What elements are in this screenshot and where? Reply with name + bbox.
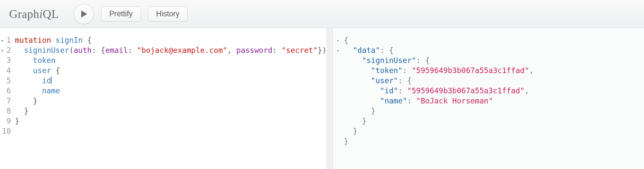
json-key: "name" [380, 97, 407, 105]
fold-toggle[interactable]: ▾ [337, 35, 344, 45]
logo-text-i: i [39, 8, 43, 21]
token-field: id [42, 76, 51, 85]
token-operation-name: signIn [55, 36, 83, 44]
execute-button[interactable] [74, 4, 94, 24]
token-field: signinUser [24, 46, 69, 54]
line-number: 10 [2, 126, 11, 136]
result-code[interactable]: { "data": { "signinUser": { "token": "59… [344, 35, 534, 146]
line-number: 3 [2, 55, 11, 66]
editor-gutter: ▾1 ▾2 3 4 5 6 7 8 9 10 [2, 35, 15, 169]
token-arg: password [236, 46, 272, 54]
pane-divider[interactable] [327, 28, 333, 169]
json-key: "user" [371, 76, 398, 85]
logo-text-post: QL [43, 8, 59, 21]
result-pane: ▾ ▾ { "data": { "signinUser": { "token":… [333, 28, 644, 169]
json-key: "id" [380, 86, 398, 95]
workspace: ▾1 ▾2 3 4 5 6 7 8 9 10 mutation signIn {… [0, 28, 644, 169]
fold-toggle[interactable]: ▾ [1, 36, 4, 46]
line-number: 2 [7, 46, 11, 54]
json-string: "5959649b3b067a55a3c1ffad" [412, 66, 529, 75]
history-button[interactable]: History [148, 7, 188, 22]
app-logo: GraphiQL [9, 7, 59, 21]
line-number: 1 [7, 36, 11, 44]
fold-toggle[interactable]: ▾ [337, 45, 344, 55]
token-string: "bojack@example.com" [137, 46, 227, 54]
json-string: "5959649b3b067a55a3c1ffad" [407, 86, 525, 95]
play-icon [81, 10, 87, 18]
json-key: "token" [371, 66, 403, 75]
token-field: user [33, 66, 51, 75]
token-arg: auth [74, 46, 92, 54]
line-number: 7 [2, 96, 11, 106]
editor-code[interactable]: mutation signIn { signinUser(auth: {emai… [15, 35, 336, 169]
json-key: "signinUser" [362, 56, 416, 65]
text-cursor [51, 76, 52, 84]
json-key: "data" [353, 46, 380, 54]
line-number: 6 [2, 86, 11, 96]
token-field: token [33, 56, 55, 65]
json-string: "BoJack Horseman" [416, 97, 493, 105]
toolbar: GraphiQL Prettify History [0, 0, 644, 28]
line-number: 9 [2, 116, 11, 126]
line-number: 8 [2, 106, 11, 116]
token-field: name [42, 86, 60, 95]
logo-text-pre: Graph [9, 8, 39, 21]
token-arg: email [105, 46, 128, 54]
result-gutter: ▾ ▾ [337, 35, 344, 146]
prettify-button[interactable]: Prettify [101, 7, 141, 22]
fold-toggle[interactable]: ▾ [1, 46, 4, 56]
query-editor[interactable]: ▾1 ▾2 3 4 5 6 7 8 9 10 mutation signIn {… [0, 28, 327, 169]
line-number: 5 [2, 76, 11, 86]
line-number: 4 [2, 66, 11, 76]
token-keyword: mutation [15, 36, 51, 44]
token-string: "secret" [282, 46, 318, 54]
